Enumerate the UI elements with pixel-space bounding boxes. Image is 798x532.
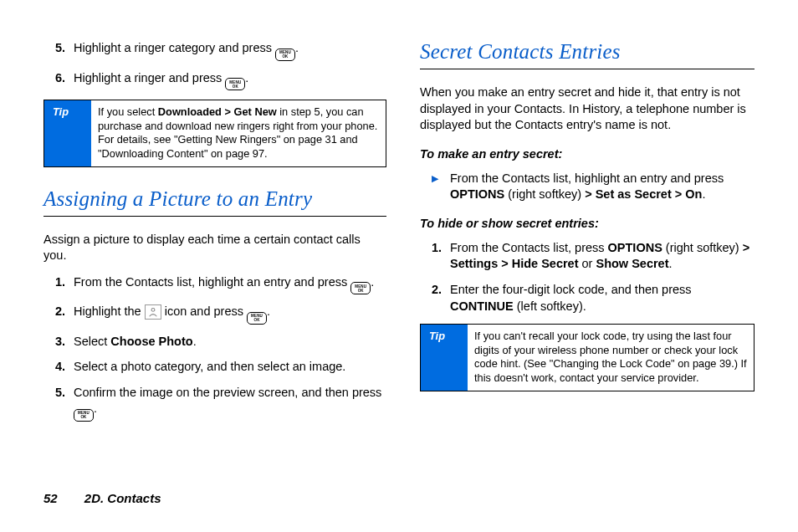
step-text: Enter the four-digit lock code, and then… xyxy=(450,283,692,296)
bullet-item: From the Contacts list, highlight an ent… xyxy=(420,171,755,203)
menu-ok-icon xyxy=(225,78,245,90)
step-text: . xyxy=(295,41,299,54)
menu-ok-icon xyxy=(350,282,371,294)
step-text: . xyxy=(267,304,270,318)
list-item: From the Contacts list, highlight an ent… xyxy=(43,274,386,295)
step-text: . xyxy=(245,71,248,84)
list-item: Highlight a ringer category and press . xyxy=(43,40,386,61)
page-columns: Highlight a ringer category and press . … xyxy=(43,40,755,463)
step-text: Highlight a ringer and press xyxy=(74,71,225,84)
step-text: . xyxy=(94,402,97,415)
menu-ok-icon xyxy=(74,409,94,422)
step-text: From the Contacts list, highlight an ent… xyxy=(450,171,724,185)
list-item: From the Contacts list, press OPTIONS (r… xyxy=(420,240,755,273)
page-footer: 52 2D. Contacts xyxy=(43,491,161,505)
step-text: . xyxy=(702,187,705,201)
menu-ok-icon xyxy=(275,49,295,61)
list-item: Highlight a ringer and press . xyxy=(43,70,386,91)
step-text: (right softkey) xyxy=(662,241,743,254)
tip-box: Tip If you select Downloaded > Get New i… xyxy=(43,100,386,167)
page-number: 52 xyxy=(43,491,58,505)
section-heading-secret-contacts: Secret Contacts Entries xyxy=(420,40,755,69)
hide-show-steps: From the Contacts list, press OPTIONS (r… xyxy=(420,240,755,315)
list-item: Select Choose Photo. xyxy=(43,334,386,350)
right-column: Secret Contacts Entries When you make an… xyxy=(420,40,755,463)
step-text: . xyxy=(371,275,374,289)
step-text: Highlight the xyxy=(74,304,145,318)
step-text: Highlight a ringer category and press xyxy=(74,41,275,54)
step-text: . xyxy=(193,335,197,348)
intro-text: When you make an entry secret and hide i… xyxy=(420,84,755,134)
subheading: To hide or show secret entries: xyxy=(420,217,755,230)
step-text: From the Contacts list, press xyxy=(450,241,608,254)
portrait-icon xyxy=(145,304,161,320)
ringer-steps-list: Highlight a ringer category and press . … xyxy=(43,40,386,90)
subheading: To make an entry secret: xyxy=(420,147,755,161)
list-item: Select a photo category, and then select… xyxy=(43,359,386,376)
menu-ok-icon xyxy=(247,312,267,325)
step-text: (right softkey) xyxy=(504,187,585,201)
step-text: icon and press xyxy=(161,304,247,318)
list-item: Highlight the icon and press . xyxy=(43,304,386,325)
assign-picture-steps: From the Contacts list, highlight an ent… xyxy=(43,274,386,422)
step-text: Select a photo category, and then select… xyxy=(74,360,345,373)
step-bold: CONTINUE xyxy=(450,299,514,313)
step-bold: > Set as Secret > On xyxy=(585,187,702,201)
tip-text: If you select xyxy=(98,105,158,118)
list-item: Confirm the image on the preview screen,… xyxy=(43,385,386,422)
step-text: Select xyxy=(74,335,110,348)
step-text: or xyxy=(579,257,596,270)
left-column: Highlight a ringer category and press . … xyxy=(43,40,386,463)
intro-text: Assign a picture to display each time a … xyxy=(43,232,386,264)
svg-point-0 xyxy=(151,309,155,312)
tip-label: Tip xyxy=(44,100,91,166)
section-label: 2D. Contacts xyxy=(84,491,161,505)
step-text: Confirm the image on the preview screen,… xyxy=(74,386,381,399)
step-bold: Show Secret xyxy=(596,257,668,270)
step-bold: OPTIONS xyxy=(450,187,504,201)
step-text: (left softkey). xyxy=(514,299,586,313)
step-bold: OPTIONS xyxy=(608,241,662,254)
tip-body: If you can't recall your lock code, try … xyxy=(468,325,754,391)
list-item: Enter the four-digit lock code, and then… xyxy=(420,282,755,315)
section-heading-assign-picture: Assigning a Picture to an Entry xyxy=(43,187,386,217)
tip-body: If you select Downloaded > Get New in st… xyxy=(91,100,386,166)
step-bold: Choose Photo xyxy=(110,335,192,348)
step-text: . xyxy=(669,257,673,270)
step-text: From the Contacts list, highlight an ent… xyxy=(74,275,350,289)
tip-label: Tip xyxy=(421,325,468,391)
tip-bold: Downloaded > Get New xyxy=(158,105,277,118)
tip-box: Tip If you can't recall your lock code, … xyxy=(420,324,755,391)
